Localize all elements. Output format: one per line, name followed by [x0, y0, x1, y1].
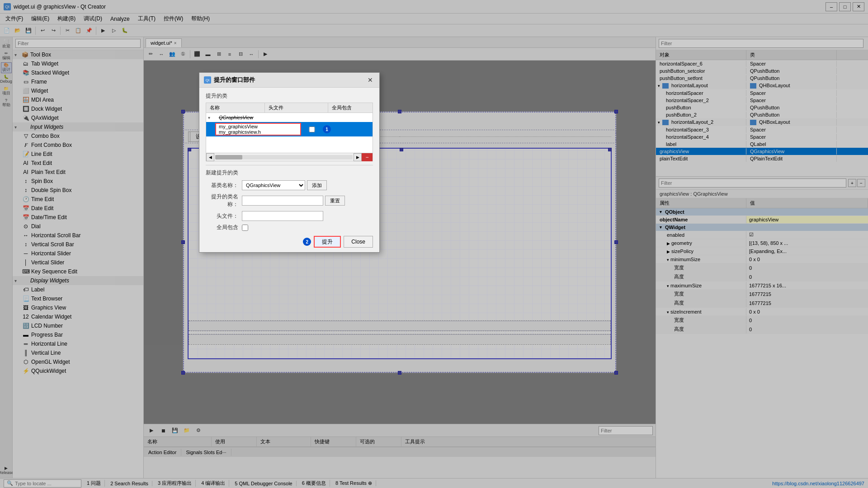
menu-controls[interactable]: 控件(W): [160, 14, 187, 23]
header-file-input[interactable]: [242, 211, 323, 221]
signal-slot-btn[interactable]: ↔: [156, 49, 166, 59]
prop-filter-plus-btn[interactable]: +: [848, 179, 856, 187]
status-compile-output[interactable]: 4 编译输出: [198, 480, 229, 487]
scroll-thumb[interactable]: [215, 155, 242, 160]
tree-item-displaywidgets[interactable]: ▾ Display Widgets: [13, 276, 143, 285]
tree-item-hscrollbar[interactable]: ↔ Horizontal Scroll Bar: [13, 231, 143, 240]
tree-item-combobox[interactable]: ▽ Combo Box: [13, 131, 143, 141]
sidebar-debug[interactable]: 🐛 Debug: [1, 74, 12, 85]
tree-item-openglwidget[interactable]: ⬡ OpenGL Widget: [13, 357, 143, 366]
obj-row-label[interactable]: label QLabel: [656, 141, 868, 148]
global-include-checkbox[interactable]: [242, 225, 248, 231]
tree-item-label[interactable]: 🏷 Label: [13, 285, 143, 294]
status-app-output[interactable]: 3 应用程序输出: [154, 480, 196, 487]
tree-item-tabwidget[interactable]: 🗂 Tab Widget: [13, 59, 143, 68]
layout-form-btn[interactable]: ≡: [225, 49, 235, 59]
reset-button[interactable]: 重置: [325, 196, 345, 206]
status-search-results[interactable]: 2 Search Results: [107, 481, 152, 486]
resize-handle-top[interactable]: [398, 110, 401, 113]
obj-row-pushbtn2[interactable]: pushButton_2 QPushButton: [656, 111, 868, 118]
prop-val-incheight[interactable]: 0: [746, 326, 868, 333]
toolbar-undo[interactable]: ↩: [38, 26, 47, 36]
layout-v-btn[interactable]: ▬: [203, 49, 213, 59]
minimize-button[interactable]: –: [826, 2, 837, 11]
prop-val-maxwidth[interactable]: 16777215: [746, 291, 868, 298]
tree-item-frame[interactable]: ▭ Frame: [13, 77, 143, 86]
prop-val-objectname[interactable]: graphicsView: [746, 216, 868, 223]
tree-item-spinbox[interactable]: ↕ Spin Box: [13, 177, 143, 186]
toolbar-open[interactable]: 📂: [13, 26, 23, 36]
tab-order-btn[interactable]: ①: [178, 49, 188, 59]
obj-row-hspacer3[interactable]: horizontalSpacer_3 Spacer: [656, 126, 868, 133]
menu-file[interactable]: 文件(F): [2, 14, 27, 23]
toolbar-run[interactable]: ▷: [109, 26, 119, 36]
status-qml-debugger[interactable]: 5 QML Debugger Console: [231, 481, 296, 486]
preview-btn[interactable]: ▶: [260, 49, 270, 59]
gv-handle-tm[interactable]: [400, 148, 403, 151]
menu-analyze[interactable]: Analyze: [107, 15, 133, 23]
resize-handle-left[interactable]: [181, 240, 185, 244]
close-button[interactable]: Close: [344, 236, 373, 248]
layout-h-btn[interactable]: ⬛: [192, 49, 202, 59]
toolbar-debug-run[interactable]: 🐛: [120, 26, 130, 36]
sidebar-welcome[interactable]: ⬜ 欢迎: [1, 39, 12, 50]
tree-item-vslider[interactable]: │ Vertical Slider: [13, 258, 143, 267]
tree-item-progressbar[interactable]: ▬ Progress Bar: [13, 330, 143, 339]
prop-row-objectname[interactable]: objectName graphicsView: [656, 216, 868, 224]
prop-row-minimumsize[interactable]: ▾minimumSize 0 x 0: [656, 255, 868, 263]
menu-edit[interactable]: 编辑(E): [28, 14, 53, 23]
dialog-tree-parent[interactable]: ▾ QGraphicsView: [206, 113, 373, 122]
tree-item-fontcombobox[interactable]: 𝐹 Font Combo Box: [13, 141, 143, 150]
tree-item-doublespinbox[interactable]: ↕ Double Spin Box: [13, 186, 143, 195]
tree-item-mdiarea[interactable]: 🪟 MDI Area: [13, 95, 143, 104]
prop-row-minwidth[interactable]: 宽度 0: [656, 263, 868, 272]
tree-item-timeedit[interactable]: 🕐 Time Edit: [13, 195, 143, 204]
tree-item-dockwidget[interactable]: 🔲 Dock Widget: [13, 104, 143, 113]
gv-handle-tl[interactable]: [188, 148, 191, 151]
add-class-button[interactable]: 添加: [307, 180, 327, 190]
prop-val-maxheight[interactable]: 16777215: [746, 300, 868, 307]
menu-debug[interactable]: 调试(D): [80, 14, 106, 23]
toolbar-build[interactable]: ▶: [98, 26, 108, 36]
right-filter-input[interactable]: [659, 39, 863, 48]
tree-item-datetimeedit[interactable]: 📅 Date/Time Edit: [13, 213, 143, 222]
tree-item-lineedit[interactable]: 📝 Line Edit: [13, 150, 143, 159]
menu-help[interactable]: 帮助(H): [188, 14, 213, 23]
prop-row-minheight[interactable]: 高度 0: [656, 272, 868, 282]
status-test-results[interactable]: 8 Test Results ⊕: [332, 480, 376, 486]
tab-widget-ui[interactable]: widget.ui* ×: [146, 38, 182, 47]
obj-row-pushbtn[interactable]: pushButton QPushButton: [656, 104, 868, 111]
prop-row-sizeincrement[interactable]: ▾sizeIncrement 0 x 0: [656, 308, 868, 316]
prop-row-maxheight[interactable]: 高度 16777215: [656, 299, 868, 308]
scroll-left-btn[interactable]: ◀: [206, 153, 214, 161]
tree-item-keyseqedit[interactable]: ⌨ Key Sequence Edit: [13, 267, 143, 276]
menu-build[interactable]: 构建(B): [54, 14, 79, 23]
tree-item-lcdnumber[interactable]: 🔢 LCD Number: [13, 321, 143, 330]
tree-item-widget[interactable]: ⬜ Widget: [13, 86, 143, 95]
prop-row-maxwidth[interactable]: 宽度 16777215: [656, 290, 868, 299]
tab-signals-slots[interactable]: Signals Slots Ed···: [181, 449, 231, 456]
tree-item-vscrollbar[interactable]: ↕ Vertical Scroll Bar: [13, 240, 143, 249]
layout-adjust-btn[interactable]: ↔: [246, 49, 256, 59]
menu-tools[interactable]: 工具(T): [134, 14, 159, 23]
action-more-btn[interactable]: ⚙: [193, 426, 203, 436]
prop-val-geometry[interactable]: [(13, 58), 850 x ...: [746, 239, 868, 247]
obj-row-hspacer4[interactable]: horizontalSpacer_4 Spacer: [656, 133, 868, 141]
obj-row-hlayout2[interactable]: ▾ horizontalLayout_2 QHBoxLayout: [656, 118, 868, 126]
edit-widget-btn[interactable]: ✏: [146, 49, 156, 59]
obj-row-graphicsview[interactable]: graphicsView QGraphicsView: [656, 148, 868, 155]
prop-section-qwidget[interactable]: ▾ QWidget: [656, 224, 868, 231]
sidebar-edit[interactable]: ✏ 编辑: [1, 51, 12, 61]
toolbar-copy[interactable]: 📋: [73, 26, 83, 36]
prop-val-sizeincrement[interactable]: 0 x 0: [746, 308, 868, 315]
status-summary[interactable]: 6 概要信息: [298, 480, 330, 487]
tree-item-graphicsview[interactable]: 🖼 Graphics View: [13, 303, 143, 312]
promote-button[interactable]: 提升: [314, 236, 341, 248]
toolbar-redo[interactable]: ↪: [48, 26, 58, 36]
tree-item-plaintextedit[interactable]: AI Plain Text Edit: [13, 168, 143, 177]
toolbar-paste[interactable]: 📌: [84, 26, 94, 36]
prop-val-maximumsize[interactable]: 16777215 x 16...: [746, 282, 868, 289]
resize-handle-bottom[interactable]: [398, 371, 401, 375]
close-button[interactable]: ✕: [853, 2, 864, 11]
tree-item-vline[interactable]: ║ Vertical Line: [13, 348, 143, 357]
